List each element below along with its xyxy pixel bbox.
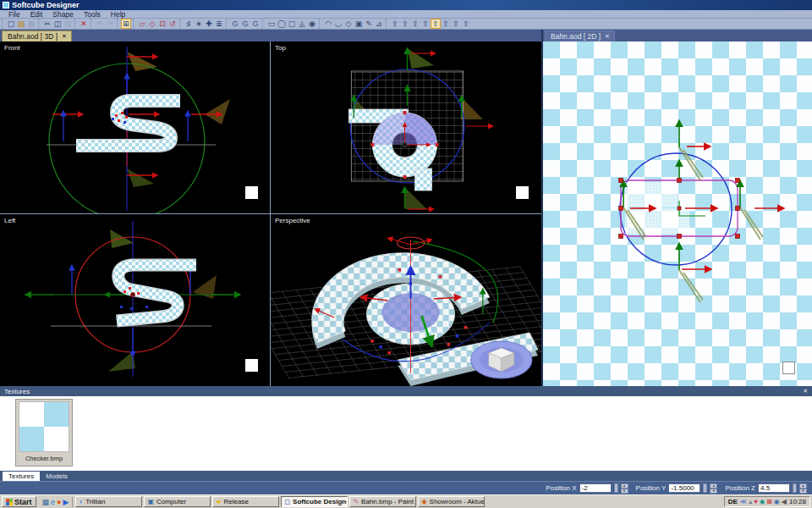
- view-preset-icon-4[interactable]: ⇧: [420, 19, 431, 29]
- new-icon[interactable]: ▢: [6, 19, 16, 29]
- viewport-perspective[interactable]: Perspective: [271, 214, 541, 386]
- taskbar-button-softcube-designer[interactable]: ◻Softcube Designer: [281, 496, 348, 507]
- tray-icon-antivirus[interactable]: ◆: [760, 497, 765, 507]
- snap-grid-icon[interactable]: ♯: [184, 19, 194, 29]
- track-ribbon[interactable]: [117, 265, 196, 321]
- save-icon[interactable]: ▦: [26, 19, 36, 29]
- media-player-icon[interactable]: ▶: [63, 497, 69, 507]
- menu-item-edit[interactable]: Edit: [25, 10, 48, 19]
- tab-bahn-aod-3d[interactable]: Bahn.aod [ 3D ] ✕: [2, 30, 72, 41]
- paste-icon[interactable]: ▤: [63, 19, 73, 29]
- view-preset-icon-6[interactable]: ⇧: [441, 19, 451, 29]
- duplicate-icon[interactable]: ∗: [194, 19, 204, 29]
- texture-item[interactable]: Checker.bmp: [15, 399, 73, 467]
- undo-icon[interactable]: ↶: [95, 19, 105, 29]
- tab-close-icon[interactable]: ✕: [62, 33, 67, 40]
- spinner-grip[interactable]: [703, 483, 707, 493]
- cone-primitive-icon[interactable]: ◬: [297, 19, 307, 29]
- move-shape-icon[interactable]: ⊡: [157, 19, 167, 29]
- viewport-front[interactable]: Front: [0, 41, 270, 213]
- view-preset-icon-1[interactable]: ⇧: [390, 19, 400, 29]
- rotate-shape-icon[interactable]: ▱: [137, 19, 147, 29]
- tab-bahn-aod-2d[interactable]: Bahn.aod [ 2D ] ✕: [545, 30, 615, 41]
- menu-item-tools[interactable]: Tools: [79, 10, 106, 19]
- fill-tool-icon[interactable]: ▣: [354, 19, 364, 29]
- grid-toggle-icon[interactable]: ⊞: [121, 19, 131, 29]
- network-icon[interactable]: ◉: [774, 497, 780, 507]
- volume-icon[interactable]: ◀: [782, 497, 787, 507]
- texture-2d-view[interactable]: [543, 41, 812, 386]
- pivot-point[interactable]: [131, 293, 135, 297]
- language-indicator[interactable]: DE: [728, 498, 738, 505]
- browser-icon[interactable]: e: [51, 497, 55, 507]
- pen-tool-icon[interactable]: ✎: [364, 19, 374, 29]
- panel-tab-textures[interactable]: Textures: [3, 472, 40, 481]
- firefox-icon[interactable]: ●: [57, 497, 61, 507]
- copy-icon[interactable]: ◫: [52, 19, 63, 29]
- taskbar-button-release[interactable]: ▰Release: [212, 496, 279, 507]
- curve-mode-icon-3[interactable]: G: [250, 19, 261, 29]
- taskbar-button-showroom-aktuelle-arb-[interactable]: ◆Showroom - Aktuelle Arb...: [418, 496, 485, 507]
- tray-icon-updater[interactable]: ▴: [749, 497, 752, 507]
- spinner-down-icon[interactable]: ▼: [621, 489, 628, 494]
- scale-shape-icon[interactable]: ◇: [147, 19, 157, 29]
- orientation-cube[interactable]: [471, 341, 532, 378]
- torus-primitive-icon[interactable]: ◉: [307, 19, 317, 29]
- tray-icon-alert[interactable]: ⊠: [766, 497, 772, 507]
- view-preset-icon-7[interactable]: ⇧: [451, 19, 461, 29]
- viewport-top[interactable]: Top: [271, 41, 541, 213]
- menu-item-help[interactable]: Help: [106, 10, 130, 19]
- tab-close-icon[interactable]: ✕: [605, 33, 610, 40]
- start-button[interactable]: Start: [2, 496, 36, 507]
- move-arrow[interactable]: [387, 238, 410, 245]
- position-input-y[interactable]: [668, 483, 700, 493]
- show-desktop-icon[interactable]: ▦: [42, 497, 50, 507]
- viewport-perspective-canvas[interactable]: [271, 214, 541, 386]
- taskbar-clock[interactable]: 10:28: [789, 498, 806, 505]
- track-stub[interactable]: [415, 168, 432, 190]
- spinner-grip[interactable]: [614, 483, 618, 493]
- arc-down-tool-icon[interactable]: ◡: [333, 19, 343, 29]
- position-input-x[interactable]: [579, 483, 612, 493]
- tray-icon-chevrons[interactable]: ≪: [740, 497, 747, 507]
- viewport-front-canvas[interactable]: [0, 41, 270, 213]
- pivot-point[interactable]: [403, 143, 407, 147]
- curve-mode-icon-2[interactable]: G: [240, 19, 250, 29]
- texture-2d-canvas[interactable]: [543, 41, 812, 386]
- open-icon[interactable]: ▧: [16, 19, 26, 29]
- diamond-tool-icon[interactable]: ◇: [343, 19, 354, 29]
- view-preset-icon-5[interactable]: ⇧: [431, 19, 441, 29]
- sphere-primitive-icon[interactable]: ◯: [277, 19, 287, 29]
- panel-tab-models[interactable]: Models: [40, 472, 74, 481]
- arc-up-tool-icon[interactable]: ◠: [323, 19, 333, 29]
- view-preset-icon-8[interactable]: ⇧: [461, 19, 471, 29]
- free-transform-icon[interactable]: ↺: [167, 19, 178, 29]
- tray-icon-messenger[interactable]: ♥: [754, 497, 758, 507]
- taskbar-button-bahn-bmp-paint[interactable]: ✎Bahn.bmp - Paint: [349, 496, 416, 507]
- viewport-top-canvas[interactable]: [271, 41, 541, 213]
- redo-icon[interactable]: ↷: [105, 19, 115, 29]
- spinner-down-icon[interactable]: ▼: [710, 489, 717, 494]
- view-preset-icon-2[interactable]: ⇧: [400, 19, 410, 29]
- triangle-tool-icon[interactable]: ⊿: [374, 19, 384, 29]
- taskbar-button-computer[interactable]: ▣Computer: [144, 496, 211, 507]
- panel-close-icon[interactable]: ✕: [803, 388, 808, 395]
- box-primitive-icon[interactable]: ▭: [266, 19, 277, 29]
- viewport-maximize-button[interactable]: [245, 186, 258, 199]
- layers-icon[interactable]: ≣: [214, 19, 224, 29]
- cut-icon[interactable]: ✂: [42, 19, 52, 29]
- spinner-grip[interactable]: [793, 483, 797, 493]
- cross-move-icon[interactable]: ✚: [204, 19, 214, 29]
- taskbar-button-trillian[interactable]: ◗Trillian: [75, 496, 142, 507]
- viewport-left[interactable]: Left: [0, 214, 270, 386]
- view-preset-icon-3[interactable]: ⇧: [410, 19, 420, 29]
- menu-item-file[interactable]: File: [3, 10, 25, 19]
- delete-icon[interactable]: ✕: [79, 19, 89, 29]
- menu-item-shape[interactable]: Shape: [47, 10, 79, 19]
- viewport-maximize-button[interactable]: [782, 362, 795, 374]
- curve-mode-icon-1[interactable]: G: [230, 19, 240, 29]
- viewport-maximize-button[interactable]: [245, 359, 258, 372]
- plane-primitive-icon[interactable]: ▢: [287, 19, 297, 29]
- viewport-maximize-button[interactable]: [516, 186, 529, 199]
- viewport-left-canvas[interactable]: [0, 214, 270, 386]
